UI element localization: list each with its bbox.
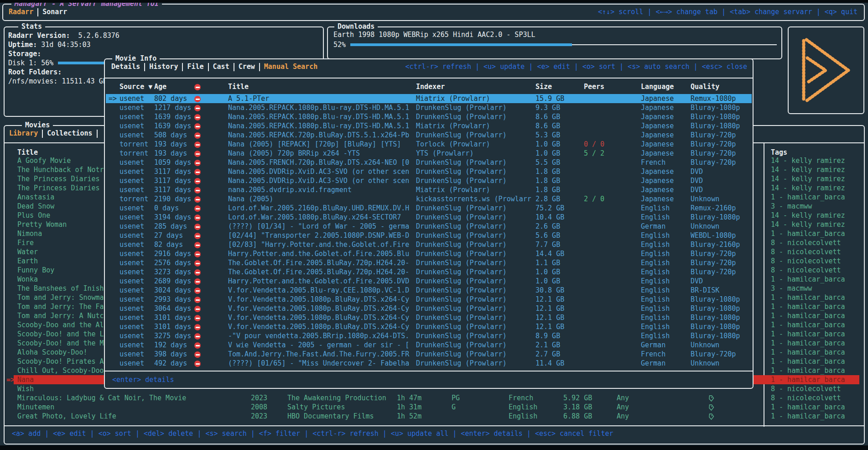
- download-progress-bar: [350, 44, 777, 45]
- rejected-icon: [194, 360, 201, 369]
- rejected-icon: [194, 260, 201, 269]
- title-bar: Managarr - A Servarr management TUI Rada…: [2, 4, 865, 21]
- modal-tab-details[interactable]: Details: [111, 63, 140, 71]
- modal-title: Movie Info: [112, 54, 160, 63]
- tab-divider: [259, 63, 260, 71]
- rejected-icon: [194, 123, 201, 132]
- search-result-row[interactable]: usenet 3101 days V.for.Vendetta.2005.108…: [105, 322, 753, 331]
- movies-tab-collections[interactable]: Collections: [47, 129, 92, 137]
- search-result-row[interactable]: usenet 82 days [02/83] "Harry.Potter.and…: [105, 240, 753, 249]
- col-peers[interactable]: Peers: [584, 82, 625, 91]
- selection-marker: =>: [6, 375, 15, 384]
- modal-tab-history[interactable]: History: [149, 63, 178, 71]
- col-quality[interactable]: Quality: [691, 82, 753, 91]
- downloads-panel: Downloads Earth 1998 1080p WEBRip x265 H…: [327, 26, 782, 59]
- search-result-row[interactable]: usenet 192 days V wie Vendetta - 2005 - …: [105, 340, 753, 350]
- modal-tab-file[interactable]: File: [187, 63, 203, 71]
- movies-title-header: Title: [17, 148, 38, 157]
- rejected-icon: [194, 324, 201, 333]
- search-result-row[interactable]: usenet 3101 days V.for.Vendetta.2005.108…: [105, 313, 753, 322]
- search-table-header: Source ▼ Age Title Indexer Size Peers La…: [105, 82, 753, 91]
- search-result-row[interactable]: torrent 193 days Nana (2005) [REPACK] [7…: [105, 140, 753, 149]
- search-result-row[interactable]: torrent 193 days Nana (2005) 720p BRRip …: [105, 149, 753, 158]
- search-result-row[interactable]: usenet 1639 days Nana.2005.REPACK.1080p.…: [105, 121, 753, 131]
- movie-row[interactable]: Great Photo, Lovely Life 2023 HBO Docume…: [5, 412, 864, 421]
- search-result-row[interactable]: usenet 3273 days The.Goblet.Of.Fire.2005…: [105, 267, 753, 277]
- rejected-icon: [194, 150, 201, 159]
- rejected-icon: [194, 187, 201, 196]
- search-result-row[interactable]: usenet 2993 days V.for.Vendetta.2005.108…: [105, 295, 753, 304]
- rejected-icon: [194, 269, 201, 278]
- search-result-row[interactable]: usenet 1217 days Nana.2005.REPACK.1080p.…: [105, 103, 753, 112]
- tag-icon: [708, 404, 714, 413]
- movie-row[interactable]: Miraculous: Ladybug & Cat Noir, The Movi…: [5, 393, 864, 403]
- tab-divider: [182, 63, 183, 71]
- col-age[interactable]: Age: [154, 82, 195, 91]
- rejected-icon: [194, 342, 201, 351]
- search-result-row[interactable]: usenet 2916 days Harry.Potter.and.the.Go…: [105, 249, 753, 258]
- search-result-row[interactable]: usenet 3117 days nana.2005.dvdrip.xvid.f…: [105, 185, 753, 194]
- search-result-row[interactable]: usenet 398 days Tom.And.Jerry.The.Fast.A…: [105, 350, 753, 359]
- rejected-icon: [194, 351, 201, 360]
- rejected-icon: [194, 84, 201, 93]
- search-result-row[interactable]: => usenet 802 days A 5.1-PTer Miatrix (P…: [105, 94, 753, 103]
- search-result-row[interactable]: usenet 3117 days Nana.2005.DVDRip.XviD.A…: [105, 167, 753, 176]
- stats-title: Stats: [18, 22, 45, 31]
- movie-row[interactable]: Minutemen 2008 Salty Pictures 1h 31m G E…: [5, 403, 864, 412]
- col-language[interactable]: Language: [641, 82, 686, 91]
- col-title[interactable]: Title: [228, 82, 414, 91]
- modal-tab-manual-search[interactable]: Manual Search: [264, 63, 317, 71]
- modal-footer-keybinds: <enter> details: [112, 375, 174, 384]
- search-result-row[interactable]: usenet 3024 days V.for.Vendetta.2005.Blu…: [105, 286, 753, 295]
- logo-panel: [788, 26, 864, 114]
- tab-divider: [42, 130, 43, 138]
- keybinds-separator: [5, 425, 864, 426]
- rejected-icon: [194, 232, 201, 241]
- col-indexer[interactable]: Indexer: [416, 82, 534, 91]
- col-source[interactable]: Source ▼: [120, 82, 157, 91]
- search-result-row[interactable]: usenet 1059 days Nana.2005.FRENCH.720p.B…: [105, 158, 753, 167]
- selection-marker: =>: [109, 94, 117, 103]
- search-result-row[interactable]: usenet 2576 days The.Goblet.Of.Fire.2005…: [105, 258, 753, 267]
- search-result-row[interactable]: torrent 2190 days Nana (2005) kickasstor…: [105, 194, 753, 204]
- modal-tab-crew[interactable]: Crew: [239, 63, 255, 71]
- tab-divider: [144, 63, 145, 71]
- tag-icon: [708, 395, 714, 404]
- top-strip: [0, 0, 868, 3]
- rejected-icon: [194, 333, 201, 342]
- modal-keybinds: <ctrl-r> refresh | <u> update | <e> edit…: [405, 62, 747, 71]
- rejected-icon: [194, 241, 201, 251]
- search-result-row[interactable]: usenet 0 days Lord.of.War.2005.2160p.Blu…: [105, 204, 753, 213]
- modal-tab-cast[interactable]: Cast: [213, 63, 229, 71]
- rejected-icon: [194, 205, 201, 214]
- tab-divider: [37, 8, 38, 16]
- search-result-row[interactable]: usenet 285 days (????) [01/34] - "Lord o…: [105, 222, 753, 231]
- search-result-row[interactable]: usenet 1639 days Nana.2005.REPACK.1080p.…: [105, 112, 753, 121]
- search-result-row[interactable]: usenet 3117 days Nana.2005.DVDRip.XviD.A…: [105, 176, 753, 185]
- global-keybinds: <↑↓> scroll | <←→> change tab | <tab> ch…: [598, 7, 858, 16]
- search-result-row[interactable]: usenet 3275 days -"V pour vendetta.2005.…: [105, 331, 753, 340]
- managarr-screen: Managarr - A Servarr management TUI Rada…: [0, 0, 868, 450]
- uptime-label: Uptime:: [8, 41, 37, 49]
- modal-header-separator: [105, 78, 753, 78]
- rejected-icon: [194, 223, 201, 232]
- servarr-tab-sonarr[interactable]: Sonarr: [42, 8, 67, 16]
- servarr-tab-radarr[interactable]: Radarr: [9, 8, 33, 16]
- col-size[interactable]: Size: [535, 82, 576, 91]
- search-result-row[interactable]: usenet 27 days [02/44] "Transporter 2.20…: [105, 231, 753, 240]
- download-item[interactable]: Earth 1998 1080p WEBRip x265 Hindi AAC2.…: [333, 30, 535, 39]
- root-folders-label: Root Folders:: [8, 68, 62, 77]
- rejected-icon: [194, 278, 201, 287]
- rejected-icon: [194, 296, 201, 305]
- rejected-icon: [194, 95, 201, 105]
- movies-title: Movies: [22, 120, 53, 130]
- search-result-row[interactable]: usenet 508 days Nana.2005.REPACK.720p.Bl…: [105, 131, 753, 140]
- search-result-row[interactable]: usenet 3194 days Lord.of.War.2005.1080p.…: [105, 213, 753, 222]
- rejected-icon: [194, 141, 201, 150]
- search-result-row[interactable]: usenet 2689 days Harry.Potter.and.the.Go…: [105, 277, 753, 286]
- search-result-row[interactable]: usenet 492 days (????) [01/65] - "Miss U…: [105, 359, 753, 368]
- search-result-row[interactable]: usenet 3064 days V.for.Vendetta.2005.108…: [105, 304, 753, 313]
- movies-tab-library[interactable]: Library: [9, 129, 38, 137]
- download-progress-fill: [350, 43, 572, 46]
- uptime-value: 31d 04:35:03: [41, 41, 90, 49]
